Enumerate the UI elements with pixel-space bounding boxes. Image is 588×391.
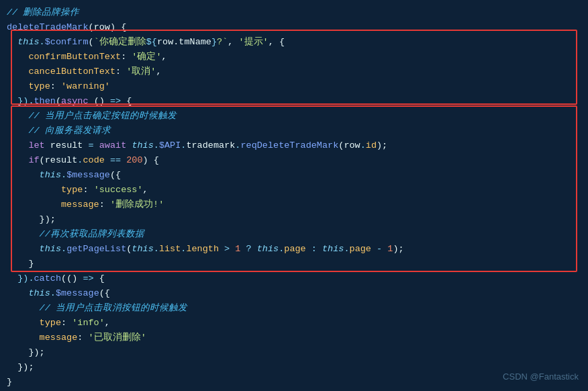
code-line-1: // 删除品牌操作 xyxy=(0,5,588,20)
code-line-26: } xyxy=(0,375,588,390)
code-line-12: this.$message({ xyxy=(0,168,588,183)
code-line-20: this.$message({ xyxy=(0,286,588,301)
code-line-24: }); xyxy=(0,345,588,360)
func-name: deleteTradeMark xyxy=(7,20,89,35)
code-line-25: }); xyxy=(0,360,588,375)
code-line-8: // 当用户点击确定按钮的时候触发 xyxy=(0,109,588,124)
code-line-10: let result = await this.$API.trademark.r… xyxy=(0,138,588,153)
code-line-13: type: 'success', xyxy=(0,183,588,198)
code-line-18: } xyxy=(0,257,588,271)
code-line-23: message: '已取消删除' xyxy=(0,331,588,345)
code-line-16: //再次获取品牌列表数据 xyxy=(0,227,588,242)
code-line-11: if(result.code == 200) { xyxy=(0,153,588,168)
code-line-17: this.getPageList(this.list.length > 1 ? … xyxy=(0,242,588,257)
code-line-9: // 向服务器发请求 xyxy=(0,124,588,138)
comment-1: // 删除品牌操作 xyxy=(7,5,79,20)
code-line-2: deleteTradeMark(row) { xyxy=(0,20,588,35)
code-line-19: }).catch(() => { xyxy=(0,271,588,286)
code-line-15: }); xyxy=(0,212,588,227)
code-line-14: message: '删除成功!' xyxy=(0,198,588,212)
code-line-3: this.$confirm(`你确定删除${row.tmName}?`, '提示… xyxy=(0,35,588,50)
code-line-21: // 当用户点击取消按钮的时候触发 xyxy=(0,301,588,316)
code-line-4: confirmButtonText: '确定', xyxy=(0,50,588,64)
code-line-7: }).then(async () => { xyxy=(0,94,588,109)
code-line-22: type: 'info', xyxy=(0,316,588,331)
watermark: CSDN @Fantastick xyxy=(503,370,579,384)
code-editor: // 删除品牌操作 deleteTradeMark(row) { this.$c… xyxy=(0,0,588,391)
code-line-5: cancelButtonText: '取消', xyxy=(0,64,588,79)
code-line-6: type: 'warning' xyxy=(0,79,588,94)
